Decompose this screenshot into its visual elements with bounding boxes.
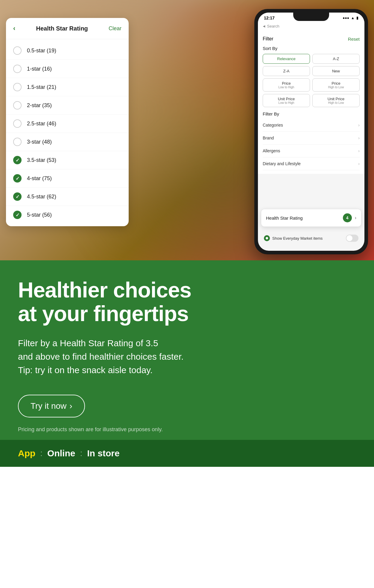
sort-grid: RelevanceA-ZZ-ANewPriceLow to HighPriceH…: [263, 54, 360, 107]
main-heading: Healthier choices at your fingertips: [18, 278, 356, 326]
filter-list: 0.5-star (19)1-star (16)1.5-star (21)2-s…: [6, 39, 129, 226]
chevron-right-icon: ›: [358, 148, 360, 153]
bottom-section: WC210224/QLD36 Healthier choices at your…: [0, 260, 374, 440]
checked-radio-icon: [13, 192, 22, 201]
filter-card: ‹ Health Star Rating Clear 0.5-star (19)…: [6, 18, 129, 226]
sort-option[interactable]: Relevance: [263, 54, 310, 64]
sort-option[interactable]: New: [312, 66, 360, 76]
filter-list-item[interactable]: 2.5-star (46): [6, 115, 129, 133]
filter-item-label: 2-star (35): [27, 102, 52, 109]
footer-online: Online: [47, 448, 75, 458]
clear-button[interactable]: Clear: [109, 25, 121, 32]
phone-mockup: 12:17 ●●● ▲ ▮ ◄ Search Filter Reset: [254, 9, 368, 254]
filter-card-header: ‹ Health Star Rating Clear: [6, 18, 129, 39]
chevron-right-icon: ›: [358, 136, 360, 140]
sort-option[interactable]: PriceLow to High: [263, 78, 310, 92]
filter-by-item[interactable]: Dietary and Lifestyle›: [263, 157, 360, 170]
unchecked-radio-icon: [13, 46, 22, 55]
sort-option[interactable]: A-Z: [312, 54, 360, 64]
hsr-badge: 4: [343, 213, 352, 222]
footer-instore: In store: [87, 448, 119, 458]
wifi-icon: ▲: [351, 16, 355, 20]
filter-item-label: 4.5-star (62): [27, 194, 56, 200]
everyday-toggle[interactable]: [346, 235, 358, 242]
unchecked-radio-icon: [13, 101, 22, 110]
filter-item-label: 5-star (56): [27, 212, 52, 218]
search-back-text: ◄ Search: [262, 24, 279, 28]
try-btn-icon: ›: [69, 401, 72, 411]
filter-list-item[interactable]: 2-star (35): [6, 96, 129, 115]
filter-by-list: Categories›Brand›Allergens›Dietary and L…: [263, 119, 360, 170]
unchecked-radio-icon: [13, 65, 22, 73]
filter-by-item-label: Allergens: [263, 148, 280, 153]
filter-by-label: Filter By: [263, 111, 360, 116]
filter-by-item[interactable]: Brand›: [263, 132, 360, 145]
reset-button[interactable]: Reset: [348, 37, 360, 42]
phone-search-bar: ◄ Search: [258, 22, 364, 30]
filter-item-label: 3.5-star (53): [27, 157, 56, 163]
filter-list-item[interactable]: 5-star (56): [6, 206, 129, 224]
checked-radio-icon: [13, 156, 22, 164]
sort-option[interactable]: PriceHigh to Low: [312, 78, 360, 92]
filter-by-item-label: Brand: [263, 136, 274, 140]
filter-item-label: 2.5-star (46): [27, 121, 56, 127]
sort-option[interactable]: Z-A: [263, 66, 310, 76]
disclaimer-text: Pricing and products shown are for illus…: [18, 426, 356, 440]
footer-sep-2: :: [80, 449, 82, 458]
filter-item-label: 1.5-star (21): [27, 84, 56, 90]
unchecked-radio-icon: [13, 83, 22, 91]
show-everyday-row: Show Everyday Market items: [258, 235, 364, 242]
try-it-now-button[interactable]: Try it now ›: [18, 395, 85, 417]
phone-frame: 12:17 ●●● ▲ ▮ ◄ Search Filter Reset: [254, 9, 368, 254]
show-everyday-label: Show Everyday Market items: [272, 236, 323, 241]
phone-filter-panel: Filter Reset Sort By RelevanceA-ZZ-ANewP…: [258, 30, 364, 174]
filter-list-item[interactable]: 1-star (16): [6, 60, 129, 78]
chevron-right-icon: ›: [358, 161, 360, 166]
phone-filter-header: Filter Reset: [263, 34, 360, 46]
filter-list-item[interactable]: 4.5-star (62): [6, 188, 129, 206]
status-time: 12:17: [264, 16, 275, 20]
sub-text: Filter by a Health Star Rating of 3.5 an…: [18, 336, 212, 377]
footer-bar: App : Online : In store: [0, 440, 374, 467]
battery-icon: ▮: [356, 16, 358, 20]
hsr-chevron-icon: ›: [355, 215, 356, 221]
filter-list-item[interactable]: 1.5-star (21): [6, 78, 129, 96]
unchecked-radio-icon: [13, 138, 22, 146]
signal-icon: ●●●: [343, 16, 349, 20]
sort-by-label: Sort By: [263, 46, 360, 51]
filter-item-label: 0.5-star (19): [27, 48, 56, 54]
filter-by-item-label: Categories: [263, 123, 283, 127]
filter-item-label: 1-star (16): [27, 66, 52, 72]
back-arrow-icon[interactable]: ‹: [13, 25, 15, 32]
filter-list-item[interactable]: 3.5-star (53): [6, 151, 129, 169]
filter-list-item[interactable]: 3-star (48): [6, 133, 129, 151]
filter-by-item-label: Dietary and Lifestyle: [263, 161, 301, 166]
filter-item-label: 4-star (75): [27, 175, 52, 182]
filter-item-label: 3-star (48): [27, 139, 52, 145]
checked-radio-icon: [13, 211, 22, 219]
filter-by-item[interactable]: Allergens›: [263, 145, 360, 157]
status-icons: ●●● ▲ ▮: [343, 16, 358, 20]
try-btn-label: Try it now: [31, 401, 66, 411]
hsr-bar-label: Health Star Rating: [266, 215, 303, 221]
filter-list-item[interactable]: 4-star (75): [6, 169, 129, 188]
chevron-right-icon: ›: [358, 123, 360, 127]
checked-radio-icon: [13, 174, 22, 183]
phone-notch: [293, 13, 329, 21]
svg-point-0: [266, 237, 268, 239]
sort-option[interactable]: Unit PriceLow to High: [263, 94, 310, 107]
woolies-logo-icon: [264, 235, 270, 241]
sort-option[interactable]: Unit PriceHigh to Low: [312, 94, 360, 107]
top-section: ‹ Health Star Rating Clear 0.5-star (19)…: [0, 0, 374, 260]
filter-card-title: Health Star Rating: [36, 25, 88, 32]
unchecked-radio-icon: [13, 119, 22, 128]
footer-app: App: [18, 448, 35, 458]
hsr-highlight-bar[interactable]: Health Star Rating 4 ›: [261, 209, 361, 227]
filter-by-item[interactable]: Categories›: [263, 119, 360, 132]
phone-screen: 12:17 ●●● ▲ ▮ ◄ Search Filter Reset: [258, 13, 364, 251]
filter-list-item[interactable]: 0.5-star (19): [6, 42, 129, 60]
footer-sep-1: :: [40, 449, 42, 458]
phone-filter-title: Filter: [263, 36, 273, 42]
